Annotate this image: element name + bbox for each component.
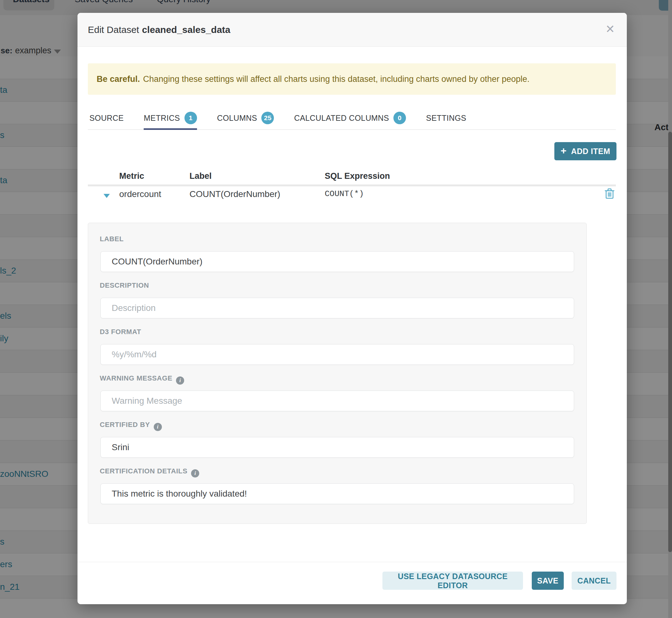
plus-icon: + — [561, 145, 567, 156]
certification-details-field-label: CERTIFICATION DETAILSi — [100, 467, 199, 476]
caret-down-icon[interactable] — [104, 194, 110, 198]
modal-title-dataset-name: cleaned_sales_data — [142, 24, 230, 35]
screen: Datasets Saved Queries Query History se:… — [0, 0, 672, 618]
table-header-divider — [88, 185, 616, 186]
cancel-button[interactable]: CANCEL — [572, 572, 616, 590]
metric-sql-expression: COUNT(*) — [325, 189, 364, 199]
column-header-sql-expression: SQL Expression — [325, 171, 390, 181]
info-icon[interactable]: i — [154, 423, 162, 431]
metric-label: COUNT(OrderNumber) — [189, 189, 280, 199]
footer-divider — [78, 562, 627, 562]
columns-count-badge: 25 — [261, 112, 274, 124]
warning-message-field-label: WARNING MESSAGEi — [100, 374, 184, 383]
warning-banner-text: Changing these settings will affect all … — [143, 74, 530, 84]
trash-icon[interactable] — [604, 188, 614, 200]
warning-message-input[interactable] — [100, 391, 574, 411]
metric-name: ordercount — [119, 189, 161, 199]
use-legacy-datasource-editor-button[interactable]: USE LEGACY DATASOURCE EDITOR — [382, 572, 523, 590]
column-header-metric: Metric — [119, 171, 144, 181]
d3-format-input[interactable] — [100, 344, 574, 365]
calculated-columns-count-badge: 0 — [393, 112, 406, 124]
tab-source[interactable]: SOURCE — [89, 107, 124, 129]
description-field-label: DESCRIPTION — [100, 281, 149, 290]
tab-settings[interactable]: SETTINGS — [426, 107, 466, 129]
d3-format-field-label: D3 FORMAT — [100, 328, 141, 336]
tab-metrics[interactable]: METRICS 1 — [144, 107, 197, 129]
info-icon[interactable]: i — [176, 377, 184, 385]
warning-banner: Be careful.Changing these settings will … — [88, 63, 616, 95]
certified-by-input[interactable] — [100, 437, 574, 458]
edit-dataset-modal: Edit Datasetcleaned_sales_data ✕ Be care… — [78, 13, 627, 604]
tab-columns[interactable]: COLUMNS 25 — [217, 107, 274, 129]
description-input[interactable] — [100, 298, 574, 318]
metric-detail-panel: LABEL DESCRIPTION D3 FORMAT WARNING MESS… — [88, 223, 587, 524]
certification-details-input[interactable] — [100, 484, 574, 504]
save-button[interactable]: SAVE — [532, 572, 564, 590]
add-item-button[interactable]: + ADD ITEM — [554, 142, 616, 160]
metrics-count-badge: 1 — [184, 112, 197, 124]
modal-title-prefix: Edit Dataset — [88, 24, 139, 35]
modal-title: Edit Datasetcleaned_sales_data — [88, 13, 230, 46]
modal-header: Edit Datasetcleaned_sales_data ✕ — [78, 13, 627, 47]
info-icon[interactable]: i — [191, 469, 199, 478]
label-field-label: LABEL — [100, 235, 124, 243]
warning-banner-bold: Be careful. — [97, 74, 140, 84]
tab-calculated-columns[interactable]: CALCULATED COLUMNS 0 — [294, 107, 406, 129]
modal-tabs: SOURCE METRICS 1 COLUMNS 25 CALCULATED C… — [88, 107, 616, 130]
column-header-label: Label — [189, 171, 212, 181]
close-icon[interactable]: ✕ — [603, 13, 617, 46]
certified-by-field-label: CERTIFIED BYi — [100, 421, 162, 429]
label-input[interactable] — [100, 251, 574, 272]
